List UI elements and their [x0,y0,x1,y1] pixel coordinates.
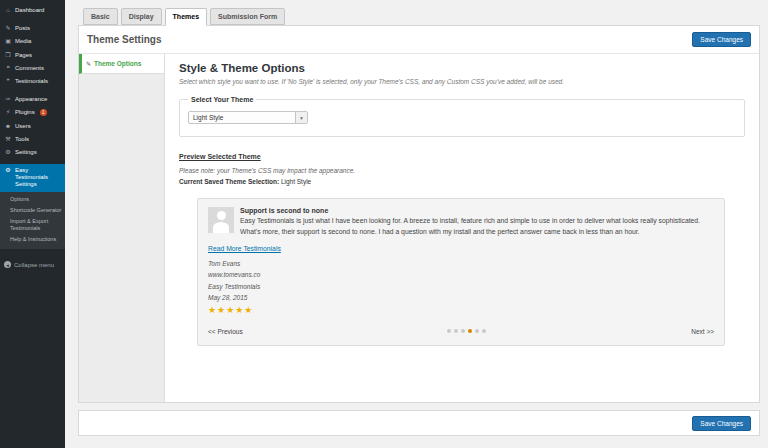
sidebar-item-comments[interactable]: ❝Comments [0,62,65,75]
avatar [208,207,234,233]
testimonial-body: Easy Testimonials is just what I have be… [240,216,714,237]
tab-basic[interactable]: Basic [83,8,118,25]
sidebar-item-pages[interactable]: ❐Pages [0,49,65,62]
client-company: Easy Testimonials [208,281,714,292]
select-theme-fieldset: Select Your Theme Light Style ▼ [179,96,745,137]
appearance-icon: ✑ [4,96,12,103]
collapse-menu-button[interactable]: ◂ Collapse menu [0,258,65,271]
submenu-item-options[interactable]: Options [0,194,65,205]
sidebar-menu: ⌂Dashboard✎Posts▣Media❐Pages❝Comments❞Te… [0,4,65,192]
sidebar-item-label: Plugins [15,109,35,116]
sidebar-item-testimonials[interactable]: ❞Testimonials [0,75,65,88]
sidebar-item-users[interactable]: ☻Users [0,120,65,133]
submenu-item-help-instructions[interactable]: Help & Instructions [0,234,65,245]
settings-icon: ⚙ [4,149,12,156]
sidebar-item-label: Appearance [15,96,47,103]
chevron-down-icon: ▼ [295,112,307,123]
pagination-dot-6[interactable] [482,329,486,333]
tab-bar: BasicDisplayThemesSubmission Form [83,8,768,25]
testimonial-date: May 28, 2015 [208,292,714,303]
subnav-item-label: Theme Options [94,60,141,67]
sidebar-submenu: OptionsShortcode GeneratorImport & Expor… [0,192,65,250]
dashboard-icon: ⌂ [4,7,12,14]
sidebar-item-label: Settings [15,149,37,156]
sidebar-item-tools[interactable]: ⚒Tools [0,133,65,146]
pagination-dot-5[interactable] [475,329,479,333]
section-heading: Style & Theme Options [179,62,745,74]
sidebar-item-dashboard[interactable]: ⌂Dashboard [0,4,65,17]
tab-themes[interactable]: Themes [165,8,207,26]
pagination-dot-1[interactable] [447,329,451,333]
sidebar-item-media[interactable]: ▣Media [0,35,65,48]
testimonial-citation: Tom Evans www.tomevans.co Easy Testimoni… [208,258,714,304]
theme-options-section: Style & Theme Options Select which style… [165,54,759,402]
footer-bar: Save Changes [78,410,760,436]
sidebar-item-posts[interactable]: ✎Posts [0,22,65,35]
collapse-menu-label: Collapse menu [14,262,54,268]
theme-preview-box: Support is second to none Easy Testimoni… [197,198,725,346]
tab-display[interactable]: Display [121,8,162,25]
pagination-dots [243,329,692,333]
current-theme-line: Current Saved Theme Selection: Light Sty… [179,178,745,185]
save-changes-button-top[interactable]: Save Changes [692,32,751,47]
sidebar-item-settings[interactable]: ⚙Settings [0,146,65,159]
plugins-icon: ⚡ [4,109,12,116]
sidebar-item-label: Dashboard [15,7,44,14]
pagination-dot-2[interactable] [454,329,458,333]
star-rating: ★★★★★ [208,305,714,315]
section-subheading: Select which style you want to use. If '… [179,78,745,85]
collapse-arrow-icon: ◂ [4,261,11,268]
users-icon: ☻ [4,123,12,130]
testimonial-pagination: << Previous Next >> [208,328,714,335]
page-title: Theme Settings [87,34,161,45]
gear-icon: ⚙ [4,167,12,174]
panel-header: Theme Settings Save Changes [79,26,759,54]
theme-settings-panel: Theme Settings Save Changes ✎ Theme Opti… [78,25,760,403]
pagination-dot-3[interactable] [461,329,465,333]
posts-icon: ✎ [4,25,12,32]
tab-submission-form[interactable]: Submission Form [210,8,285,25]
sidebar-item-appearance[interactable]: ✑Appearance [0,93,65,106]
read-more-link[interactable]: Read More Testimonials [208,245,281,252]
previous-link[interactable]: << Previous [208,328,243,335]
current-theme-label: Current Saved Theme Selection: [179,178,279,185]
next-link[interactable]: Next >> [691,328,714,335]
testimonial-card: Support is second to none Easy Testimoni… [208,207,714,237]
comments-icon: ❝ [4,65,12,72]
theme-select[interactable]: Light Style ▼ [188,111,308,124]
sidebar-item-label: Users [15,123,31,130]
pencil-icon: ✎ [86,60,91,67]
preview-note: Please note: your Theme's CSS may impact… [179,167,745,174]
sidebar-item-label: Tools [15,136,29,143]
pagination-dot-4[interactable] [468,329,472,333]
submenu-item-shortcode-generator[interactable]: Shortcode Generator [0,205,65,216]
testimonial-text-block: Support is second to none Easy Testimoni… [240,207,714,237]
sidebar-item-label: Comments [15,65,44,72]
current-theme-value: Light Style [281,178,311,185]
pages-icon: ❐ [4,52,12,59]
sidebar-item-easy-testimonials-settings[interactable]: ⚙Easy Testimonials Settings [0,164,65,192]
sidebar-item-label: Easy Testimonials Settings [15,167,62,189]
preview-selected-theme-heading: Preview Selected Theme [179,153,261,160]
settings-subnav: ✎ Theme Options [79,54,165,402]
media-icon: ▣ [4,38,12,45]
theme-select-value: Light Style [189,114,223,121]
main-content: BasicDisplayThemesSubmission Form Theme … [65,0,768,448]
sidebar-item-label: Posts [15,25,30,32]
client-name: Tom Evans [208,258,714,269]
save-changes-button-bottom[interactable]: Save Changes [692,416,751,431]
subnav-item-theme-options[interactable]: ✎ Theme Options [79,54,164,74]
sidebar-item-label: Testimonials [15,78,48,85]
sidebar-item-label: Pages [15,52,32,59]
sidebar-item-plugins[interactable]: ⚡Plugins1 [0,106,65,119]
submenu-item-import-export-testimonials[interactable]: Import & Export Testimonials [0,216,65,234]
select-theme-legend: Select Your Theme [188,96,256,103]
testimonial-title: Support is second to none [240,207,714,214]
admin-sidebar: ⌂Dashboard✎Posts▣Media❐Pages❝Comments❞Te… [0,0,65,448]
client-url: www.tomevans.co [208,269,714,280]
update-count-badge: 1 [40,109,47,116]
sidebar-item-label: Media [15,38,31,45]
panel-body: ✎ Theme Options Style & Theme Options Se… [79,54,759,402]
tools-icon: ⚒ [4,136,12,143]
testimonials-icon: ❞ [4,78,12,85]
